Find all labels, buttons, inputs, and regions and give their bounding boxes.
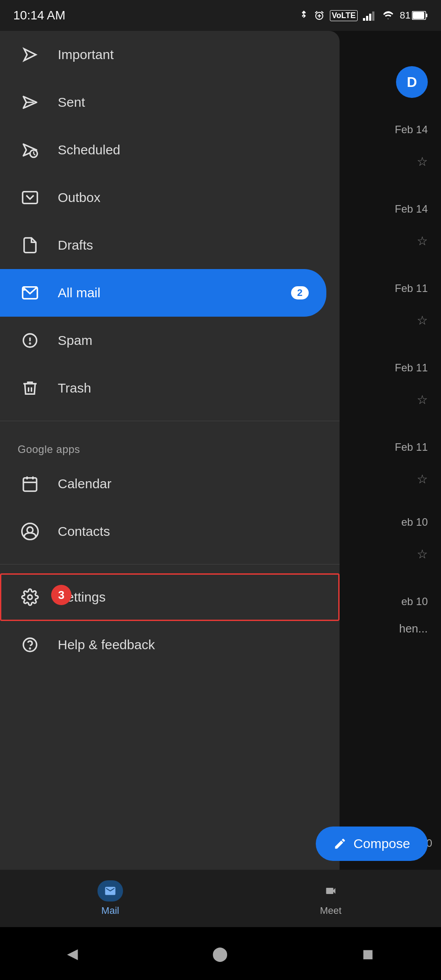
email-timestamp-7: eb 10 [401, 595, 428, 608]
svg-rect-1 [366, 16, 368, 21]
svg-rect-20 [23, 478, 37, 491]
sidebar-item-help[interactable]: Help & feedback [0, 621, 340, 669]
email-timestamp-6: eb 10 [401, 516, 428, 528]
sidebar-item-spam[interactable]: Spam [0, 317, 340, 364]
sidebar-item-contacts[interactable]: Contacts [0, 508, 340, 555]
svg-rect-3 [372, 11, 374, 21]
alarm-icon [314, 10, 325, 21]
compose-button[interactable]: Compose [316, 827, 428, 861]
email-timestamp-4: Feb 11 [395, 362, 428, 374]
calendar-icon [18, 472, 42, 496]
email-star-3[interactable]: ☆ [417, 313, 428, 328]
svg-rect-2 [369, 14, 371, 21]
sidebar-item-settings[interactable]: Settings 3 [0, 573, 340, 621]
sent-icon [18, 90, 42, 115]
outbox-icon [18, 186, 42, 210]
battery-level: 81 [400, 10, 411, 21]
svg-rect-5 [426, 14, 427, 17]
svg-point-19 [30, 343, 30, 344]
home-button[interactable]: ⬤ [212, 945, 228, 962]
email-star-2[interactable]: ☆ [417, 234, 428, 248]
sidebar-item-all-mail-label: All mail [58, 285, 291, 300]
nav-item-mail[interactable]: Mail [97, 880, 123, 916]
signal-icon [363, 10, 376, 21]
email-timestamp-5: Feb 11 [395, 441, 428, 453]
help-icon [18, 633, 42, 657]
important-icon [18, 43, 42, 67]
svg-point-24 [27, 527, 33, 533]
mail-nav-icon [97, 880, 123, 901]
svg-rect-14 [22, 192, 37, 204]
sidebar-item-contacts-label: Contacts [58, 524, 322, 539]
google-apps-header: Google apps [0, 430, 340, 460]
status-time: 10:14 AM [13, 8, 65, 22]
contacts-icon [18, 520, 42, 544]
all-mail-icon [18, 281, 42, 305]
drafts-icon [18, 233, 42, 258]
wifi-icon [381, 10, 395, 21]
email-star-5[interactable]: ☆ [417, 472, 428, 486]
sidebar-item-important[interactable]: Important [0, 31, 340, 79]
sidebar-item-calendar-label: Calendar [58, 476, 322, 491]
sidebar-item-trash[interactable]: Trash [0, 364, 340, 412]
svg-rect-6 [413, 12, 424, 19]
drawer-divider-2 [0, 564, 340, 565]
sidebar-item-drafts-label: Drafts [58, 238, 322, 253]
sidebar-item-settings-label: Settings [58, 590, 322, 605]
status-icons: VoLTE 81 [299, 9, 428, 22]
compose-pencil-icon [333, 837, 347, 850]
svg-marker-7 [24, 49, 36, 61]
email-star-1[interactable]: ☆ [417, 154, 428, 169]
sidebar-item-scheduled[interactable]: Scheduled [0, 126, 340, 174]
system-nav: ◀ ⬤ ◼ [0, 927, 441, 980]
battery-icon: 81 [400, 10, 428, 21]
svg-point-28 [30, 648, 30, 649]
nav-item-meet[interactable]: Meet [318, 880, 344, 916]
avatar[interactable]: D [396, 66, 428, 98]
settings-badge: 3 [51, 585, 71, 605]
trash-icon [18, 376, 42, 400]
bluetooth-icon [299, 9, 309, 22]
svg-point-26 [28, 595, 32, 599]
email-timestamp-2: Feb 14 [395, 203, 428, 215]
navigation-drawer: Important Sent Scheduled [0, 31, 340, 980]
sidebar-item-important-label: Important [58, 47, 322, 62]
email-timestamp-3: Feb 11 [395, 282, 428, 295]
compose-label: Compose [354, 836, 410, 851]
sidebar-item-scheduled-label: Scheduled [58, 142, 322, 157]
scheduled-icon [18, 138, 42, 162]
sidebar-item-calendar[interactable]: Calendar [0, 460, 340, 508]
email-star-4[interactable]: ☆ [417, 393, 428, 407]
svg-point-25 [22, 524, 38, 540]
sidebar-item-drafts[interactable]: Drafts [0, 221, 340, 269]
sidebar-item-sent-label: Sent [58, 95, 322, 110]
settings-icon [18, 585, 42, 610]
email-snippet: hen... [399, 622, 428, 636]
spam-icon [18, 329, 42, 353]
back-button[interactable]: ◀ [67, 945, 78, 962]
volte-icon: VoLTE [330, 10, 357, 21]
sidebar-item-spam-label: Spam [58, 333, 322, 348]
all-mail-badge: 2 [291, 286, 309, 299]
svg-rect-0 [363, 18, 365, 21]
sidebar-item-help-label: Help & feedback [58, 637, 322, 652]
sidebar-item-outbox-label: Outbox [58, 190, 322, 205]
sidebar-item-sent[interactable]: Sent [0, 79, 340, 126]
sidebar-item-all-mail[interactable]: All mail 2 [0, 269, 326, 317]
drawer-divider-1 [0, 421, 340, 421]
email-timestamp-1: Feb 14 [395, 123, 428, 136]
sidebar-item-outbox[interactable]: Outbox [0, 174, 340, 221]
meet-nav-icon [318, 880, 344, 901]
mail-nav-label: Mail [101, 905, 119, 916]
email-star-6[interactable]: ☆ [417, 547, 428, 561]
sidebar-item-trash-label: Trash [58, 381, 322, 396]
status-bar: 10:14 AM VoLTE 81 [0, 0, 441, 31]
recents-button[interactable]: ◼ [362, 945, 374, 962]
meet-nav-label: Meet [320, 905, 342, 916]
bottom-nav: Mail Meet [0, 870, 441, 927]
